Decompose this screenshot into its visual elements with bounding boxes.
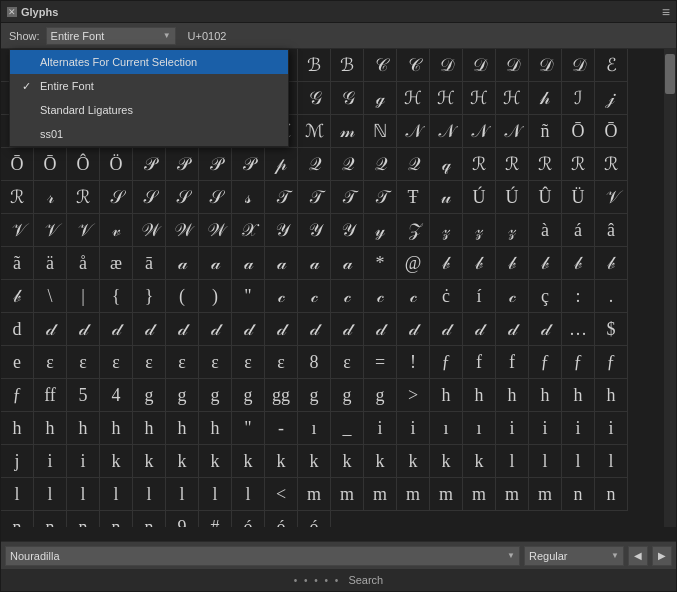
glyph-cell[interactable]: ℛ <box>463 148 496 181</box>
glyph-cell[interactable]: í <box>463 280 496 313</box>
glyph-cell[interactable]: h <box>67 412 100 445</box>
glyph-cell[interactable]: ℳ <box>298 115 331 148</box>
glyph-cell[interactable]: m <box>529 478 562 511</box>
glyph-cell[interactable]: 𝒲 <box>199 214 232 247</box>
glyph-cell[interactable]: h <box>595 379 628 412</box>
glyph-cell[interactable]: 𝒱 <box>67 214 100 247</box>
glyph-cell[interactable]: 𝒹 <box>133 313 166 346</box>
dropdown-item-alternates[interactable]: Alternates For Current Selection <box>10 50 288 74</box>
glyph-cell[interactable]: 𝒹 <box>232 313 265 346</box>
glyph-cell[interactable]: g <box>133 379 166 412</box>
glyph-cell[interactable]: ℋ <box>397 82 430 115</box>
glyph-cell[interactable]: ε <box>67 346 100 379</box>
glyph-cell[interactable]: Ú <box>463 181 496 214</box>
glyph-cell[interactable]: l <box>562 445 595 478</box>
glyph-cell[interactable]: k <box>166 445 199 478</box>
glyph-cell[interactable]: 𝒫 <box>199 148 232 181</box>
glyph-cell[interactable]: 𝒲 <box>133 214 166 247</box>
glyph-cell[interactable]: ε <box>133 346 166 379</box>
glyph-cell[interactable]: l <box>232 478 265 511</box>
glyph-cell[interactable]: ƒ <box>595 346 628 379</box>
glyph-cell[interactable]: 𝒸 <box>397 280 430 313</box>
glyph-cell[interactable]: i <box>562 412 595 445</box>
glyph-cell[interactable]: ñ <box>529 115 562 148</box>
glyph-cell[interactable]: ℛ <box>595 148 628 181</box>
glyph-cell[interactable]: ƒ <box>1 379 34 412</box>
glyph-cell[interactable]: 𝒴 <box>265 214 298 247</box>
glyph-cell[interactable]: 𝒸 <box>331 280 364 313</box>
glyph-cell[interactable]: 𝒫 <box>232 148 265 181</box>
glyph-cell[interactable]: ℊ <box>364 82 397 115</box>
glyph-cell[interactable]: " <box>232 412 265 445</box>
glyph-cell[interactable]: ℬ <box>298 49 331 82</box>
glyph-cell[interactable]: 8 <box>298 346 331 379</box>
glyph-cell[interactable]: 𝒹 <box>265 313 298 346</box>
glyph-cell[interactable]: ã <box>1 247 34 280</box>
glyph-cell[interactable]: n <box>67 511 100 527</box>
glyph-cell[interactable]: 𝒹 <box>199 313 232 346</box>
glyph-cell[interactable]: 𝒴 <box>298 214 331 247</box>
glyph-cell[interactable]: k <box>100 445 133 478</box>
style-dropdown[interactable]: Regular ▼ <box>524 546 624 566</box>
glyph-cell[interactable]: 𝒩 <box>463 115 496 148</box>
glyph-cell[interactable]: 𝒷 <box>595 247 628 280</box>
glyph-cell[interactable]: ó <box>232 511 265 527</box>
glyph-cell[interactable]: 𝒷 <box>562 247 595 280</box>
glyph-cell[interactable]: 𝒶 <box>199 247 232 280</box>
glyph-cell[interactable]: k <box>265 445 298 478</box>
glyph-cell[interactable]: 𝒬 <box>331 148 364 181</box>
dropdown-item-ss01[interactable]: ss01 <box>10 122 288 146</box>
glyph-cell[interactable]: 𝒯 <box>364 181 397 214</box>
glyph-cell[interactable]: 𝒯 <box>331 181 364 214</box>
glyph-cell[interactable]: å <box>67 247 100 280</box>
glyph-cell[interactable]: g <box>331 379 364 412</box>
glyph-cell[interactable]: ı <box>298 412 331 445</box>
glyph-cell[interactable]: 𝒢 <box>298 82 331 115</box>
glyph-cell[interactable]: 𝒢 <box>331 82 364 115</box>
glyph-cell[interactable]: ƒ <box>529 346 562 379</box>
glyph-cell[interactable]: 𝒹 <box>34 313 67 346</box>
glyph-cell[interactable]: 𝒲 <box>166 214 199 247</box>
glyph-cell[interactable]: ç <box>529 280 562 313</box>
glyph-cell[interactable]: 𝒮 <box>166 181 199 214</box>
glyph-cell[interactable]: } <box>133 280 166 313</box>
glyph-cell[interactable]: ε <box>199 346 232 379</box>
glyph-cell[interactable]: 𝓆 <box>430 148 463 181</box>
glyph-cell[interactable]: h <box>430 379 463 412</box>
glyph-cell[interactable]: - <box>265 412 298 445</box>
nav-prev-button[interactable]: ◀ <box>628 546 648 566</box>
glyph-cell[interactable]: ℋ <box>496 82 529 115</box>
glyph-cell[interactable]: ā <box>133 247 166 280</box>
glyph-cell[interactable]: m <box>430 478 463 511</box>
glyph-cell[interactable]: 𝒟 <box>463 49 496 82</box>
glyph-cell[interactable]: Ô <box>67 148 100 181</box>
glyph-cell[interactable]: Ú <box>496 181 529 214</box>
glyph-cell[interactable]: 𝒟 <box>430 49 463 82</box>
glyph-cell[interactable]: 𝓇 <box>34 181 67 214</box>
glyph-cell[interactable]: @ <box>397 247 430 280</box>
glyph-cell[interactable]: 𝒬 <box>397 148 430 181</box>
glyph-cell[interactable]: g <box>199 379 232 412</box>
glyph-cell[interactable]: . <box>595 280 628 313</box>
glyph-cell[interactable]: ℋ <box>463 82 496 115</box>
glyph-cell[interactable]: ƒ <box>562 346 595 379</box>
glyph-cell[interactable]: ℛ <box>67 181 100 214</box>
glyph-cell[interactable]: Ü <box>562 181 595 214</box>
glyph-cell[interactable]: k <box>331 445 364 478</box>
glyph-cell[interactable]: ) <box>199 280 232 313</box>
glyph-cell[interactable]: k <box>232 445 265 478</box>
glyph-cell[interactable]: 𝒹 <box>100 313 133 346</box>
glyph-cell[interactable]: = <box>364 346 397 379</box>
glyph-cell[interactable]: 𝒸 <box>265 280 298 313</box>
glyph-cell[interactable]: 𝒸 <box>298 280 331 313</box>
glyph-cell[interactable]: ff <box>34 379 67 412</box>
glyph-cell[interactable]: m <box>496 478 529 511</box>
glyph-cell[interactable]: 𝓈 <box>232 181 265 214</box>
glyph-cell[interactable]: ä <box>34 247 67 280</box>
glyph-cell[interactable]: 𝒩 <box>496 115 529 148</box>
glyph-cell[interactable]: 𝓊 <box>430 181 463 214</box>
glyph-cell[interactable]: h <box>100 412 133 445</box>
glyph-cell[interactable]: 𝒬 <box>298 148 331 181</box>
glyph-cell[interactable]: i <box>67 445 100 478</box>
glyph-cell[interactable]: ı <box>463 412 496 445</box>
